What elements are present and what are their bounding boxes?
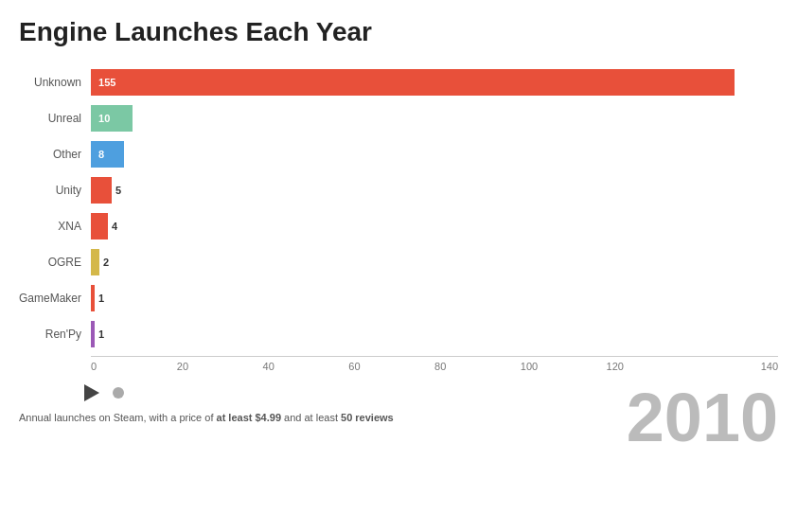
bar-row-gamemaker: 1: [91, 280, 778, 316]
bar-gamemaker: [91, 285, 95, 311]
bar-xna: [91, 213, 108, 239]
bar-ren'py: [91, 321, 95, 347]
y-label-other: Other: [53, 136, 85, 172]
footnote-bold2: 50 reviews: [341, 412, 394, 423]
x-tick-2: 40: [263, 361, 349, 372]
bar-row-unknown: 155: [91, 64, 778, 100]
y-label-gamemaker: GameMaker: [19, 280, 85, 316]
bar-row-ogre: 2: [91, 244, 778, 280]
y-label-unity: Unity: [56, 172, 85, 208]
main-container: Engine Launches Each Year UnknownUnrealO…: [0, 0, 797, 532]
bar-row-ren'py: 1: [91, 316, 778, 352]
x-tick-6: 120: [607, 361, 693, 372]
bars-and-axes: 15510854211 020406080100120140: [91, 64, 778, 372]
bars-container: 15510854211: [91, 64, 778, 352]
bar-ogre: [91, 249, 99, 275]
bar-unreal: 10: [91, 105, 133, 132]
year-label: 2010: [627, 379, 778, 456]
x-tick-3: 60: [348, 361, 434, 372]
bar-row-unity: 5: [91, 172, 778, 208]
footnote-mid: and at least: [281, 412, 341, 423]
x-axis: 020406080100120140: [91, 356, 778, 372]
bar-row-xna: 4: [91, 208, 778, 244]
bar-unity: [91, 177, 112, 204]
bar-row-unreal: 10: [91, 100, 778, 136]
x-tick-7: 140: [692, 361, 778, 372]
y-label-ogre: OGRE: [48, 244, 85, 280]
x-tick-1: 20: [177, 361, 263, 372]
y-label-ren'py: Ren'Py: [45, 316, 85, 352]
chart-title: Engine Launches Each Year: [19, 17, 778, 47]
footnote-bold1: at least $4.99: [217, 412, 282, 423]
bar-other: 8: [91, 141, 124, 168]
y-label-unknown: Unknown: [34, 64, 85, 100]
y-label-unreal: Unreal: [48, 100, 85, 136]
bar-unknown: 155: [91, 69, 735, 96]
y-label-xna: XNA: [58, 208, 85, 244]
x-tick-4: 80: [434, 361, 521, 372]
x-tick-0: 0: [91, 361, 177, 372]
chart-area: UnknownUnrealOtherUnityXNAOGREGameMakerR…: [19, 64, 778, 372]
footnote-pre: Annual launches on Steam, with a price o…: [19, 412, 217, 423]
play-icon: [84, 384, 99, 401]
bar-row-other: 8: [91, 136, 778, 172]
play-button[interactable]: [80, 381, 103, 404]
x-tick-5: 100: [521, 361, 607, 372]
timeline-dot[interactable]: [113, 387, 124, 399]
y-axis-labels: UnknownUnrealOtherUnityXNAOGREGameMakerR…: [19, 64, 85, 352]
